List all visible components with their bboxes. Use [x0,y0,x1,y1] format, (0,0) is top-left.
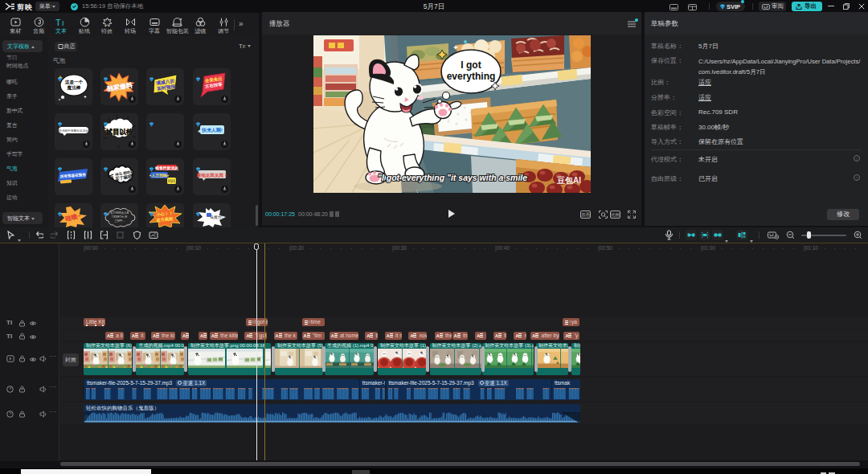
svg-text:马努力!: 马努力! [210,215,223,220]
svg-text:吗吗: 吗吗 [168,179,176,183]
svg-text:快来人啊!: 快来人啊! [201,127,223,133]
svg-text:I got: I got [461,59,481,71]
svg-text:遍地见闻见闻！: 遍地见闻见闻！ [195,173,227,178]
svg-text:I: I [62,19,64,27]
svg-text:原画: 原画 [581,212,591,217]
svg-text:+人万預嗚+: +人万預嗚+ [149,173,170,178]
svg-text:留在无料中有夏落似活动！: 留在无料中有夏落似活动！ [55,129,90,133]
svg-text:everything: everything [447,71,496,82]
svg-text:私习SNS全从A: 私习SNS全从A [110,210,129,215]
svg-text:魔法棒: 魔法棒 [66,85,80,91]
svg-text:豆包AI: 豆包AI [556,176,581,185]
svg-text:T: T [55,18,61,27]
svg-text:销售巨新消息: 销售巨新消息 [154,165,178,171]
svg-text:"I got everything "it says wit: "I got everything "it says with a smile [378,173,527,182]
svg-text:拭目以待: 拭目以待 [104,128,133,136]
svg-text:这是一个: 这是一个 [63,80,83,85]
svg-text:比例: 比例 [611,212,620,218]
svg-text:7天NET办-M: 7天NET办-M [111,215,127,219]
svg-text:三M平--: 三M平-- [114,219,124,223]
